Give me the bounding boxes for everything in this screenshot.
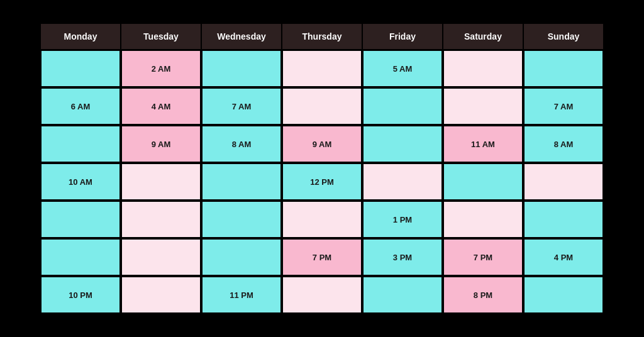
calendar-cell-row2-col3[interactable]: 9 AM bbox=[282, 125, 362, 163]
calendar-cell-row5-col5[interactable]: 7 PM bbox=[443, 238, 523, 276]
calendar-cell-row3-col0[interactable]: 10 AM bbox=[40, 163, 121, 201]
header-cell-thursday: Thursday bbox=[282, 23, 362, 50]
calendar-cell-row4-col2[interactable] bbox=[201, 201, 282, 238]
calendar-cell-row0-col2[interactable] bbox=[201, 50, 282, 87]
header-cell-sunday: Sunday bbox=[523, 23, 604, 50]
header-cell-monday: Monday bbox=[40, 23, 121, 50]
calendar-cell-row0-col6[interactable] bbox=[523, 50, 604, 87]
calendar-header: MondayTuesdayWednesdayThursdayFridaySatu… bbox=[40, 23, 604, 50]
calendar-cell-row4-col1[interactable] bbox=[121, 201, 201, 238]
calendar-cell-row3-col1[interactable] bbox=[121, 163, 201, 201]
calendar-cell-row2-col5[interactable]: 11 AM bbox=[443, 125, 523, 163]
calendar-cell-row3-col6[interactable] bbox=[523, 163, 604, 201]
calendar-cell-row5-col6[interactable]: 4 PM bbox=[523, 238, 604, 276]
calendar-cell-row3-col4[interactable] bbox=[362, 163, 443, 201]
calendar-cell-row2-col0[interactable] bbox=[40, 125, 121, 163]
calendar-cell-row1-col1[interactable]: 4 AM bbox=[121, 87, 201, 125]
calendar-cell-row1-col2[interactable]: 7 AM bbox=[201, 87, 282, 125]
calendar-cell-row0-col3[interactable] bbox=[282, 50, 362, 87]
calendar-cell-row6-col4[interactable] bbox=[362, 276, 443, 314]
calendar-cell-row2-col6[interactable]: 8 AM bbox=[523, 125, 604, 163]
calendar-cell-row4-col0[interactable] bbox=[40, 201, 121, 238]
calendar-cell-row6-col1[interactable] bbox=[121, 276, 201, 314]
header-cell-wednesday: Wednesday bbox=[201, 23, 282, 50]
calendar-cell-row0-col4[interactable]: 5 AM bbox=[362, 50, 443, 87]
calendar-cell-row3-col3[interactable]: 12 PM bbox=[282, 163, 362, 201]
calendar-cell-row6-col6[interactable] bbox=[523, 276, 604, 314]
calendar-cell-row5-col4[interactable]: 3 PM bbox=[362, 238, 443, 276]
calendar-cell-row4-col4[interactable]: 1 PM bbox=[362, 201, 443, 238]
calendar-cell-row5-col3[interactable]: 7 PM bbox=[282, 238, 362, 276]
header-cell-saturday: Saturday bbox=[443, 23, 523, 50]
calendar-cell-row6-col5[interactable]: 8 PM bbox=[443, 276, 523, 314]
calendar-cell-row6-col2[interactable]: 11 PM bbox=[201, 276, 282, 314]
calendar-cell-row2-col4[interactable] bbox=[362, 125, 443, 163]
calendar-cell-row2-col1[interactable]: 9 AM bbox=[121, 125, 201, 163]
calendar-cell-row1-col4[interactable] bbox=[362, 87, 443, 125]
calendar-cell-row1-col3[interactable] bbox=[282, 87, 362, 125]
calendar-cell-row1-col6[interactable]: 7 AM bbox=[523, 87, 604, 125]
calendar-cell-row4-col5[interactable] bbox=[443, 201, 523, 238]
calendar-cell-row3-col5[interactable] bbox=[443, 163, 523, 201]
calendar-cell-row6-col3[interactable] bbox=[282, 276, 362, 314]
calendar-cell-row3-col2[interactable] bbox=[201, 163, 282, 201]
header-cell-tuesday: Tuesday bbox=[121, 23, 201, 50]
calendar-cell-row5-col2[interactable] bbox=[201, 238, 282, 276]
calendar-cell-row0-col1[interactable]: 2 AM bbox=[121, 50, 201, 87]
calendar-cell-row1-col0[interactable]: 6 AM bbox=[40, 87, 121, 125]
calendar-cell-row6-col0[interactable]: 10 PM bbox=[40, 276, 121, 314]
calendar-cell-row1-col5[interactable] bbox=[443, 87, 523, 125]
calendar-cell-row5-col0[interactable] bbox=[40, 238, 121, 276]
calendar-cell-row5-col1[interactable] bbox=[121, 238, 201, 276]
calendar-cell-row4-col6[interactable] bbox=[523, 201, 604, 238]
header-cell-friday: Friday bbox=[362, 23, 443, 50]
calendar-container: MondayTuesdayWednesdayThursdayFridaySatu… bbox=[39, 22, 605, 315]
calendar-cell-row0-col5[interactable] bbox=[443, 50, 523, 87]
calendar-body: 2 AM5 AM6 AM4 AM7 AM7 AM9 AM8 AM9 AM11 A… bbox=[40, 50, 604, 314]
calendar-cell-row4-col3[interactable] bbox=[282, 201, 362, 238]
calendar-cell-row2-col2[interactable]: 8 AM bbox=[201, 125, 282, 163]
calendar-cell-row0-col0[interactable] bbox=[40, 50, 121, 87]
